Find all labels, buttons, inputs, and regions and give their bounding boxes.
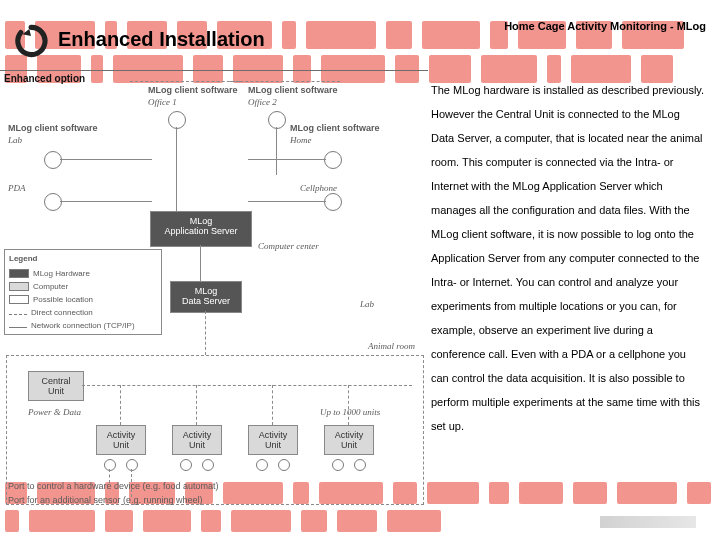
page-title: Enhanced Installation — [58, 28, 265, 51]
breadcrumb: Home Cage Activity Monitoring - MLog — [504, 20, 706, 32]
activity-unit-box: Activity Unit — [96, 425, 146, 455]
legend-computer: Computer — [33, 280, 68, 293]
cellphone-label: Cellphone — [300, 183, 337, 193]
connector — [248, 201, 326, 202]
central-unit-label: Central Unit — [29, 372, 83, 396]
lab-room-label: Lab — [360, 299, 374, 309]
connector — [60, 159, 152, 160]
connector — [82, 385, 412, 386]
activity-unit-box: Activity Unit — [324, 425, 374, 455]
connector — [200, 245, 201, 281]
client-sw-label-4: MLog client software — [290, 123, 380, 133]
legend-hw: MLog Hardware — [33, 267, 90, 280]
dash-frame — [130, 81, 240, 82]
activity-unit-label: Activity Unit — [173, 426, 221, 450]
port-dot — [354, 459, 366, 471]
client-dot — [44, 151, 62, 169]
connector — [196, 385, 197, 425]
enhanced-option-label: Enhanced option — [4, 73, 85, 84]
app-server-label: MLog Application Server — [151, 212, 251, 236]
activity-unit-box: Activity Unit — [172, 425, 222, 455]
office1-label: Office 1 — [148, 97, 177, 107]
port-dot — [180, 459, 192, 471]
client-dot — [324, 151, 342, 169]
diagram-area: Enhanced option MLog client software Off… — [0, 70, 428, 511]
connector — [60, 201, 152, 202]
legend-direct: Direct connection — [31, 306, 93, 319]
data-server-label: MLog Data Server — [171, 282, 241, 306]
client-dot — [168, 111, 186, 129]
activity-unit-box: Activity Unit — [248, 425, 298, 455]
power-data-label: Power & Data — [28, 407, 81, 417]
office2-label: Office 2 — [248, 97, 277, 107]
body-text: The MLog hardware is installed as descri… — [431, 78, 706, 438]
port-dot — [278, 459, 290, 471]
legend-title: Legend — [9, 252, 157, 265]
connector — [248, 159, 326, 160]
legend-loc: Possible location — [33, 293, 93, 306]
pda-label: PDA — [8, 183, 26, 193]
activity-unit-label: Activity Unit — [249, 426, 297, 450]
home-label: Home — [290, 135, 312, 145]
connector — [276, 127, 277, 175]
dash-frame — [230, 81, 340, 82]
computer-center-label: Computer center — [258, 241, 319, 251]
connector — [176, 127, 177, 211]
data-server-box: MLog Data Server — [170, 281, 242, 313]
client-dot — [268, 111, 286, 129]
activity-unit-label: Activity Unit — [97, 426, 145, 450]
animal-room-label: Animal room — [368, 341, 415, 351]
connector — [120, 385, 121, 425]
body-text-content: The MLog hardware is installed as descri… — [431, 84, 704, 432]
activity-unit-label: Activity Unit — [325, 426, 373, 450]
legend-net: Network connection (TCP/IP) — [31, 319, 135, 332]
port-dot — [332, 459, 344, 471]
client-dot — [44, 193, 62, 211]
legend-box: Legend MLog Hardware Computer Possible l… — [4, 249, 162, 335]
port-dot — [126, 459, 138, 471]
client-sw-label-2: MLog client software — [248, 85, 338, 95]
port-dot — [104, 459, 116, 471]
connector — [272, 385, 273, 425]
port-control-label: Port to control a hardware device (e.g. … — [8, 481, 219, 491]
client-dot — [324, 193, 342, 211]
footer-watermark-bar — [600, 516, 696, 528]
central-unit-box: Central Unit — [28, 371, 84, 401]
port-sensor-label: Port for an additional sensor (e.g. runn… — [8, 495, 203, 505]
port-dot — [256, 459, 268, 471]
client-sw-label-1: MLog client software — [148, 85, 238, 95]
connector — [205, 311, 206, 355]
lab-label: Lab — [8, 135, 22, 145]
up-to-units-label: Up to 1000 units — [320, 407, 380, 417]
client-sw-label-3: MLog client software — [8, 123, 98, 133]
logo-icon — [14, 24, 48, 58]
port-dot — [202, 459, 214, 471]
connector — [348, 385, 349, 425]
app-server-box: MLog Application Server — [150, 211, 252, 247]
